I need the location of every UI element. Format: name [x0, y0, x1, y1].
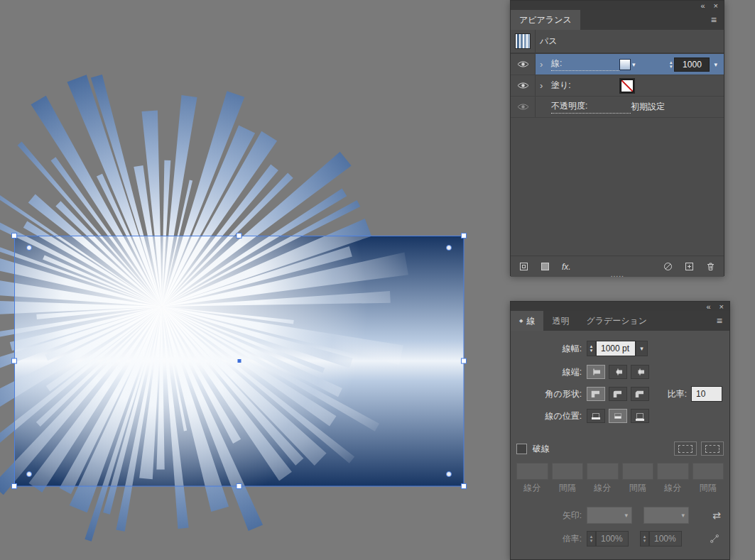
- opacity-label[interactable]: 不透明度:: [551, 100, 631, 114]
- panel-resize-grip[interactable]: ▪▪▪▪▪: [604, 274, 632, 278]
- dash-align-button[interactable]: [701, 441, 724, 456]
- stroke-weight-dropdown-icon[interactable]: ▾: [712, 61, 719, 68]
- corner-bevel-button[interactable]: [631, 387, 649, 401]
- add-new-fill-button[interactable]: [541, 262, 550, 271]
- panel-menu-icon[interactable]: ≡: [710, 311, 729, 331]
- new-fill-icon: [541, 262, 550, 271]
- dashed-line-row: 破線: [516, 441, 724, 456]
- dashed-line-checkbox[interactable]: [516, 444, 527, 454]
- dash-field-3[interactable]: [587, 463, 619, 480]
- appearance-row-opacity[interactable]: 不透明度: 初期設定: [511, 97, 724, 118]
- appearance-row-fill[interactable]: › 塗り:: [511, 75, 724, 97]
- dash-field-label: 間隔: [692, 482, 724, 494]
- corner-row: 角の形状: 比率: 10: [516, 386, 724, 402]
- add-effect-button[interactable]: fx.: [562, 262, 571, 272]
- corner-round-button[interactable]: [609, 387, 627, 401]
- dash-field-4[interactable]: [622, 463, 654, 480]
- cap-label: 線端:: [516, 366, 582, 378]
- delete-item-button[interactable]: [706, 262, 715, 271]
- arrowheads-label: 矢印:: [516, 510, 582, 522]
- projecting-cap-icon: [634, 368, 646, 376]
- clear-appearance-icon: [663, 262, 673, 271]
- dash-field-2[interactable]: [552, 463, 584, 480]
- fill-visibility-toggle[interactable]: [511, 75, 536, 96]
- stroke-panel-titlebar: « ×: [511, 302, 729, 311]
- stroke-weight-label: 線幅:: [516, 343, 582, 355]
- tab-appearance[interactable]: アピアランス: [511, 10, 580, 30]
- dash-field-6[interactable]: [692, 463, 724, 480]
- collapse-icon[interactable]: «: [700, 2, 705, 9]
- dash-field-1[interactable]: [516, 463, 548, 480]
- scale-x-stepper[interactable]: ▴▾: [587, 531, 596, 547]
- cap-round-button[interactable]: [609, 365, 627, 379]
- stroke-tabbar: ◆ 線 透明 グラデーション ≡: [511, 311, 729, 331]
- eye-icon: [517, 60, 529, 68]
- selection-center-point[interactable]: [238, 359, 241, 363]
- tab-transparency[interactable]: 透明: [543, 311, 577, 331]
- tab-gradient[interactable]: グラデーション: [577, 311, 656, 331]
- appearance-tabbar: アピアランス ≡: [511, 10, 724, 30]
- stroke-weight-field[interactable]: 1000: [674, 57, 710, 72]
- align-center-button[interactable]: [587, 409, 605, 423]
- align-inside-button[interactable]: [609, 409, 627, 423]
- weight-stepper[interactable]: ▴▾: [587, 341, 596, 356]
- disclosure-icon[interactable]: ›: [540, 60, 551, 69]
- round-join-icon: [613, 389, 623, 399]
- fill-attribute-label[interactable]: 塗り:: [551, 79, 619, 92]
- clear-appearance-button[interactable]: [663, 262, 673, 271]
- close-icon[interactable]: ×: [714, 2, 718, 9]
- fill-none-swatch[interactable]: [621, 79, 634, 92]
- collapse-icon[interactable]: «: [706, 303, 710, 310]
- cap-row: 線端:: [516, 365, 724, 379]
- appearance-body: パス › 線: ▾ ▴▾ 1000 ▾: [511, 30, 724, 277]
- butt-cap-icon: [590, 368, 602, 376]
- appearance-row-stroke[interactable]: › 線: ▾ ▴▾ 1000 ▾: [511, 54, 724, 75]
- arrowheads-row: 矢印: ▾ ▾ ⇄: [516, 507, 724, 524]
- stroke-color-swatch[interactable]: [619, 59, 631, 70]
- dash-field-label: 線分: [587, 482, 619, 494]
- add-new-stroke-button[interactable]: [519, 262, 528, 271]
- round-cap-icon: [612, 368, 624, 376]
- align-outside-button[interactable]: [631, 409, 649, 423]
- dashed-line-label: 破線: [533, 443, 550, 455]
- scale-row: 倍率: ▴▾ 100% ▴▾ 100%: [516, 531, 724, 547]
- duplicate-icon: [685, 262, 694, 271]
- stroke-visibility-toggle[interactable]: [511, 54, 536, 75]
- tab-stroke[interactable]: ◆ 線: [511, 311, 543, 331]
- trash-icon: [706, 262, 715, 271]
- cap-projecting-button[interactable]: [631, 365, 649, 379]
- scale-x-field[interactable]: 100%: [596, 531, 629, 547]
- path-thumbnail-cell: [511, 30, 536, 53]
- opacity-value[interactable]: 初期設定: [631, 101, 665, 113]
- panel-menu-icon[interactable]: ≡: [704, 10, 724, 30]
- link-scale-toggle[interactable]: [710, 534, 724, 544]
- swap-arrowheads-icon[interactable]: ⇄: [712, 510, 724, 521]
- disclosure-icon[interactable]: ›: [540, 81, 551, 90]
- opacity-visibility-toggle[interactable]: [511, 97, 536, 117]
- duplicate-item-button[interactable]: [685, 262, 694, 271]
- dash-labels-row: 線分 間隔 線分 間隔 線分 間隔: [516, 482, 724, 494]
- broken-link-icon: [710, 534, 719, 544]
- weight-field[interactable]: 1000 pt: [596, 341, 636, 356]
- stroke-weight-stepper[interactable]: ▴▾: [670, 60, 673, 69]
- dash-field-label: 間隔: [552, 482, 584, 494]
- cap-butt-button[interactable]: [587, 365, 605, 379]
- align-outside-icon: [635, 412, 645, 421]
- miter-limit-field[interactable]: 10: [691, 386, 722, 402]
- eye-icon: [517, 82, 529, 89]
- corner-miter-button[interactable]: [587, 387, 605, 401]
- stroke-swatch-chevron-icon[interactable]: ▾: [632, 61, 636, 68]
- close-icon[interactable]: ×: [719, 303, 724, 310]
- weight-dropdown[interactable]: ▾: [636, 341, 648, 356]
- dash-preserve-button[interactable]: [674, 441, 697, 456]
- path-label: パス: [540, 35, 558, 48]
- dash-field-5[interactable]: [657, 463, 689, 480]
- scale-y-field[interactable]: 100%: [649, 531, 682, 547]
- appearance-row-path[interactable]: パス: [511, 30, 724, 54]
- scale-y-stepper[interactable]: ▴▾: [640, 531, 649, 547]
- arrowhead-start-dropdown[interactable]: ▾: [587, 507, 632, 524]
- stroke-attribute-label[interactable]: 線:: [551, 57, 619, 71]
- appearance-panel-titlebar: « ×: [511, 1, 724, 10]
- arrowhead-end-dropdown[interactable]: ▾: [643, 507, 689, 524]
- align-inside-icon: [613, 412, 623, 421]
